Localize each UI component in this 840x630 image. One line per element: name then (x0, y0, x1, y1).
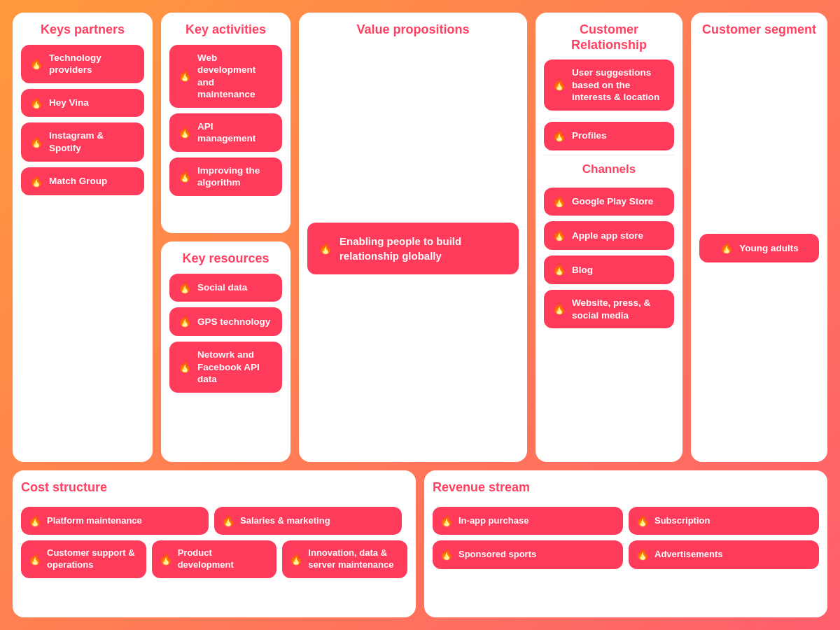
list-item: 🔥 In-app purchase (433, 507, 623, 536)
top-section: Keys partners 🔥 Technology providers 🔥 H… (13, 13, 827, 462)
list-item: 🔥 Hey Vina (21, 89, 144, 118)
channels-title: Channels (544, 162, 674, 176)
flame-icon: 🔥 (552, 228, 566, 243)
flame-icon: 🔥 (318, 241, 332, 256)
activities-container: Key activities 🔥 Web development and mai… (161, 13, 290, 462)
cost-row-2: 🔥 Customer support & operations 🔥 Produc… (21, 540, 407, 578)
flame-icon: 🔥 (178, 169, 192, 184)
flame-icon: 🔥 (552, 129, 566, 144)
list-item: 🔥 Sponsored sports (433, 540, 623, 569)
flame-icon: 🔥 (178, 69, 192, 83)
revenue-row-2: 🔥 Sponsored sports 🔥 Advertisements (433, 540, 819, 569)
channels-items: 🔥 Google Play Store 🔥 Apple app store 🔥 … (544, 188, 674, 328)
customer-segment-panel: Customer segment 🔥 Young adults (691, 13, 827, 462)
keys-partners-panel: Keys partners 🔥 Technology providers 🔥 H… (13, 13, 153, 462)
flame-icon: 🔥 (552, 195, 566, 209)
flame-icon: 🔥 (178, 314, 192, 329)
key-activities-title: Key activities (169, 22, 282, 38)
flame-icon: 🔥 (552, 302, 566, 316)
customer-relationship-title: Customer Relationship (544, 22, 674, 52)
key-activities-panel: Key activities 🔥 Web development and mai… (161, 13, 290, 233)
flame-icon: 🔥 (29, 135, 43, 150)
flame-icon: 🔥 (29, 174, 43, 189)
list-item: 🔥 GPS technology (169, 307, 282, 336)
list-item: 🔥 Technology providers (21, 45, 144, 83)
revenue-stream-title: Revenue stream (433, 480, 819, 496)
flame-icon: 🔥 (636, 514, 650, 528)
flame-icon: 🔥 (552, 78, 566, 92)
list-item: 🔥 Google Play Store (544, 188, 674, 216)
value-propositions-title: Value propositions (307, 22, 519, 38)
list-item: 🔥 Product development (152, 540, 277, 578)
flame-icon: 🔥 (221, 514, 235, 528)
list-item: 🔥 User suggestions based on the interest… (544, 59, 674, 111)
list-item: 🔥 Advertisements (629, 540, 819, 569)
flame-icon: 🔥 (28, 514, 42, 528)
list-item: 🔥 Social data (169, 274, 282, 302)
list-item: 🔥 Match Group (21, 167, 144, 196)
value-prop-content: 🔥 Enabling people to build relationship … (307, 45, 519, 452)
list-item: 🔥 Salaries & marketing (214, 507, 402, 536)
key-resources-panel: Key resources 🔥 Social data 🔥 GPS techno… (161, 241, 290, 462)
revenue-row-1: 🔥 In-app purchase 🔥 Subscription (433, 507, 819, 536)
list-item: 🔥 Customer support & operations (21, 540, 146, 578)
young-adults-area: 🔥 Young adults (699, 45, 819, 452)
flame-icon: 🔥 (29, 96, 43, 111)
revenue-stream-panel: Revenue stream 🔥 In-app purchase 🔥 Subsc… (424, 470, 827, 617)
revenue-stream-items: 🔥 In-app purchase 🔥 Subscription 🔥 Spons… (433, 507, 819, 608)
list-item: 🔥 Improving the algorithm (169, 158, 282, 196)
flame-icon: 🔥 (636, 547, 650, 562)
flame-icon: 🔥 (440, 547, 454, 562)
value-prop-item: 🔥 Enabling people to build relationship … (307, 223, 519, 274)
list-item: 🔥 Young adults (699, 234, 819, 262)
list-item: 🔥 Platform maintenance (21, 507, 209, 536)
bottom-section: Cost structure 🔥 Platform maintenance 🔥 … (13, 470, 827, 617)
list-item: 🔥 API management (169, 113, 282, 152)
flame-icon: 🔥 (552, 262, 566, 277)
list-item: 🔥 Profiles (544, 122, 674, 150)
cost-structure-panel: Cost structure 🔥 Platform maintenance 🔥 … (13, 470, 416, 617)
list-item: 🔥 Instagram & Spotify (21, 122, 144, 161)
list-item: 🔥 Website, press, & social media (544, 290, 674, 328)
customer-relationship-panel: Customer Relationship 🔥 User suggestions… (536, 13, 682, 462)
list-item: 🔥 Netowrk and Facebook API data (169, 342, 282, 393)
list-item: 🔥 Innovation, data & server maintenance (282, 540, 407, 578)
flame-icon: 🔥 (178, 281, 192, 295)
list-item: 🔥 Apple app store (544, 221, 674, 250)
cost-structure-items: 🔥 Platform maintenance 🔥 Salaries & mark… (21, 507, 407, 608)
customer-rel-items: 🔥 User suggestions based on the interest… (544, 59, 674, 150)
canvas: Keys partners 🔥 Technology providers 🔥 H… (13, 13, 827, 617)
cost-row-1: 🔥 Platform maintenance 🔥 Salaries & mark… (21, 507, 407, 536)
flame-icon: 🔥 (28, 552, 42, 567)
list-item: 🔥 Web development and maintenance (169, 45, 282, 108)
cost-structure-title: Cost structure (21, 480, 407, 496)
flame-icon: 🔥 (289, 552, 303, 567)
value-propositions-panel: Value propositions 🔥 Enabling people to … (299, 13, 527, 462)
flame-icon: 🔥 (440, 514, 454, 528)
customer-segment-title: Customer segment (699, 22, 819, 38)
divider (544, 155, 674, 155)
flame-icon: 🔥 (178, 360, 192, 374)
list-item: 🔥 Subscription (629, 507, 819, 536)
key-resources-title: Key resources (169, 251, 282, 267)
keys-partners-title: Keys partners (21, 22, 144, 38)
flame-icon: 🔥 (720, 241, 734, 255)
list-item: 🔥 Blog (544, 255, 674, 284)
flame-icon: 🔥 (159, 552, 173, 567)
flame-icon: 🔥 (29, 57, 43, 71)
flame-icon: 🔥 (178, 125, 192, 140)
